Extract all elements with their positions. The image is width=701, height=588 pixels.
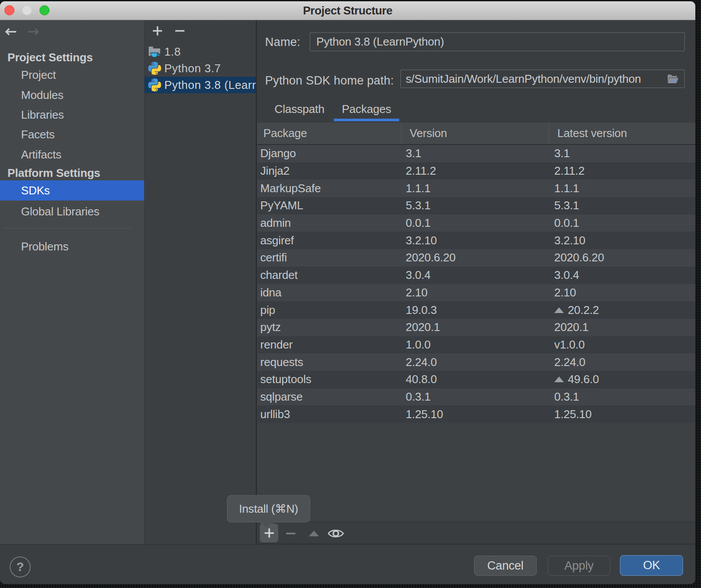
cell-package: MarkupSafe xyxy=(257,180,401,197)
sdk-list-toolbar xyxy=(145,20,257,41)
cell-latest-version: v1.0.0 xyxy=(549,336,695,354)
column-header-package[interactable]: Package xyxy=(257,123,401,144)
settings-sidebar: Project Settings Project Modules Librari… xyxy=(0,20,144,544)
panel-splitter[interactable] xyxy=(256,20,257,544)
cell-package: Jinja2 xyxy=(257,162,401,180)
table-row[interactable]: urllib31.25.101.25.10 xyxy=(257,405,695,423)
upgrade-triangle-icon xyxy=(308,530,319,537)
cancel-button[interactable]: Cancel xyxy=(474,556,537,576)
sidebar-item-problems[interactable]: Problems xyxy=(21,236,68,257)
cell-latest-version: 2.10 xyxy=(549,284,695,302)
cell-latest-version: 2.24.0 xyxy=(549,353,695,371)
upgrade-available-icon xyxy=(554,307,564,313)
browse-folder-icon[interactable] xyxy=(667,73,680,85)
table-row[interactable]: pytz2020.12020.1 xyxy=(257,319,695,336)
cell-package: PyYAML xyxy=(257,197,401,215)
cell-version: 2.10 xyxy=(401,284,549,302)
cell-version: 2020.6.20 xyxy=(401,249,549,267)
cell-version: 0.0.1 xyxy=(401,215,549,232)
sidebar-item-artifacts[interactable]: Artifacts xyxy=(21,144,61,165)
dialog-footer: ? Cancel Apply OK xyxy=(0,544,695,584)
minus-icon xyxy=(285,528,296,539)
sdk-home-path-input[interactable]: s/SumitJain/Work/LearnPython/venv/bin/py… xyxy=(400,70,685,88)
table-row[interactable]: pip19.0.320.2.2 xyxy=(257,301,695,319)
packages-table-header: Package Version Latest version xyxy=(257,123,695,145)
name-label: Name: xyxy=(265,35,301,49)
tab-packages[interactable]: Packages xyxy=(334,99,399,121)
table-row[interactable]: MarkupSafe1.1.11.1.1 xyxy=(257,180,695,197)
cell-package: chardet xyxy=(257,267,401,284)
install-tooltip: Install (⌘N) xyxy=(227,495,310,522)
cell-version: 40.8.0 xyxy=(401,371,549,388)
table-row[interactable]: setuptools40.8.049.6.0 xyxy=(257,371,695,388)
table-row[interactable]: certifi2020.6.202020.6.20 xyxy=(257,249,695,267)
cell-latest-version: 3.1 xyxy=(549,145,695,162)
table-row[interactable]: asgiref3.2.103.2.10 xyxy=(257,232,695,249)
cell-latest-version: 20.2.2 xyxy=(549,301,695,319)
sidebar-item-libraries[interactable]: Libraries xyxy=(21,105,64,125)
back-arrow-icon[interactable] xyxy=(4,27,17,36)
add-sdk-icon[interactable] xyxy=(152,25,163,36)
cell-version: 1.25.10 xyxy=(401,405,549,423)
sdk-label: Python 3.8 (LearnPython) xyxy=(164,78,256,92)
cell-latest-version: 1.1.1 xyxy=(549,180,695,197)
cell-version: 2.11.2 xyxy=(401,162,549,180)
sidebar-item-facets[interactable]: Facets xyxy=(21,124,55,144)
table-row[interactable]: PyYAML5.3.15.3.1 xyxy=(257,197,695,215)
cell-package: setuptools xyxy=(257,371,401,388)
packages-table-body: Django3.13.1Jinja22.11.22.11.2MarkupSafe… xyxy=(257,145,695,423)
sdk-home-path-label: Python SDK home path: xyxy=(265,74,394,88)
table-row[interactable]: Django3.13.1 xyxy=(257,145,695,162)
table-row[interactable]: sqlparse0.3.10.3.1 xyxy=(257,388,695,406)
cell-version: 3.2.10 xyxy=(401,232,549,249)
install-package-button[interactable] xyxy=(260,524,278,542)
uninstall-package-button[interactable] xyxy=(281,522,300,544)
cell-version: 5.3.1 xyxy=(401,197,549,215)
table-row[interactable]: admin0.0.10.0.1 xyxy=(257,215,695,232)
column-header-latest-version[interactable]: Latest version xyxy=(549,123,695,144)
plus-icon xyxy=(264,528,275,539)
sdk-list-item[interactable]: 1.8 xyxy=(145,43,256,60)
cell-version: 2.24.0 xyxy=(401,353,549,371)
sidebar-item-modules[interactable]: Modules xyxy=(21,85,64,105)
cell-latest-version: 5.3.1 xyxy=(549,197,695,215)
cell-latest-version: 1.25.10 xyxy=(549,405,695,423)
cell-package: certifi xyxy=(257,249,401,267)
remove-sdk-icon[interactable] xyxy=(174,25,185,36)
cell-version: 2020.1 xyxy=(401,319,549,336)
forward-arrow-icon[interactable] xyxy=(27,27,40,36)
sidebar-divider xyxy=(4,228,131,229)
table-row[interactable]: render1.0.0v1.0.0 xyxy=(257,336,695,354)
upgrade-available-icon xyxy=(554,377,564,382)
titlebar[interactable]: Project Structure xyxy=(0,1,695,20)
table-row[interactable]: chardet3.0.43.0.4 xyxy=(257,267,695,284)
window-title: Project Structure xyxy=(0,4,695,18)
table-row[interactable]: idna2.102.10 xyxy=(257,284,695,302)
ok-button[interactable]: OK xyxy=(620,555,683,576)
cell-latest-version: 0.0.1 xyxy=(549,215,695,232)
sidebar-item-project[interactable]: Project xyxy=(21,65,56,85)
sdk-list-item[interactable]: Python 3.7 xyxy=(145,60,256,77)
cell-package: Django xyxy=(257,145,401,162)
cell-package: pip xyxy=(257,301,401,319)
cell-latest-version: 0.3.1 xyxy=(549,388,695,406)
sdk-list-item[interactable]: Python 3.8 (LearnPython) xyxy=(145,77,256,93)
tab-classpath[interactable]: Classpath xyxy=(267,99,332,121)
sidebar-item-global-libraries[interactable]: Global Libraries xyxy=(21,201,99,222)
cell-latest-version: 2.11.2 xyxy=(549,162,695,180)
cell-package: admin xyxy=(257,215,401,232)
sdk-label: Python 3.7 xyxy=(164,62,221,75)
show-early-releases-button[interactable] xyxy=(326,522,345,544)
apply-button[interactable]: Apply xyxy=(548,556,610,576)
table-row[interactable]: Jinja22.11.22.11.2 xyxy=(257,162,695,180)
upgrade-package-button[interactable] xyxy=(304,522,323,544)
jdk-icon xyxy=(148,45,161,58)
column-header-version[interactable]: Version xyxy=(401,123,549,144)
sidebar-item-sdks[interactable]: SDKs xyxy=(0,180,144,201)
cell-package: requests xyxy=(257,353,401,371)
name-input[interactable]: Python 3.8 (LearnPython) xyxy=(310,32,685,51)
cell-latest-version: 3.0.4 xyxy=(549,267,695,284)
help-button[interactable]: ? xyxy=(10,556,31,577)
table-row[interactable]: requests2.24.02.24.0 xyxy=(257,353,695,371)
cell-version: 0.3.1 xyxy=(401,388,549,406)
